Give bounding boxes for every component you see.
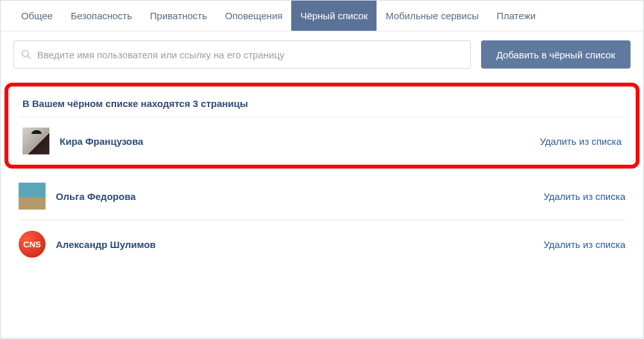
- tab-blacklist[interactable]: Чёрный список: [291, 1, 377, 31]
- search-icon: [21, 49, 32, 60]
- svg-line-1: [28, 56, 31, 59]
- user-name-link[interactable]: Ольга Федорова: [56, 191, 543, 202]
- tab-mobile[interactable]: Мобильные сервисы: [377, 1, 487, 31]
- avatar-user-1[interactable]: [22, 128, 49, 154]
- user-name-link[interactable]: Кира Французова: [60, 136, 539, 147]
- tab-privacy[interactable]: Приватность: [141, 1, 216, 31]
- search-box[interactable]: [13, 40, 471, 69]
- tab-general[interactable]: Общее: [12, 1, 62, 31]
- list-item: Ольга Федорова Удалить из списка: [19, 172, 625, 220]
- user-name-link[interactable]: Александр Шулимов: [56, 239, 543, 250]
- blacklist-rest: Ольга Федорова Удалить из списка CNS Але…: [1, 172, 643, 268]
- avatar-user-3[interactable]: CNS: [19, 231, 46, 258]
- blacklist-count-title: В Вашем чёрном списке находятся 3 страни…: [8, 87, 636, 117]
- tabs-bar: Общее Безопасность Приватность Оповещени…: [1, 1, 643, 31]
- list-item: Кира Французова Удалить из списка: [20, 117, 624, 165]
- search-row: Добавить в чёрный список: [1, 31, 643, 83]
- add-to-blacklist-button[interactable]: Добавить в чёрный список: [481, 40, 631, 69]
- highlight-annotation: В Вашем чёрном списке находятся 3 страни…: [4, 83, 640, 169]
- tab-security[interactable]: Безопасность: [62, 1, 141, 31]
- list-item: CNS Александр Шулимов Удалить из списка: [19, 220, 625, 268]
- remove-from-list-link[interactable]: Удалить из списка: [539, 136, 622, 147]
- settings-panel: Общее Безопасность Приватность Оповещени…: [0, 0, 644, 338]
- remove-from-list-link[interactable]: Удалить из списка: [543, 239, 625, 250]
- remove-from-list-link[interactable]: Удалить из списка: [543, 191, 625, 202]
- search-input[interactable]: [37, 49, 464, 60]
- tab-payments[interactable]: Платежи: [487, 1, 545, 31]
- svg-point-0: [22, 51, 29, 57]
- avatar-user-2[interactable]: [19, 183, 46, 210]
- blacklist-highlighted: Кира Французова Удалить из списка: [8, 117, 636, 165]
- tab-notifications[interactable]: Оповещения: [216, 1, 292, 31]
